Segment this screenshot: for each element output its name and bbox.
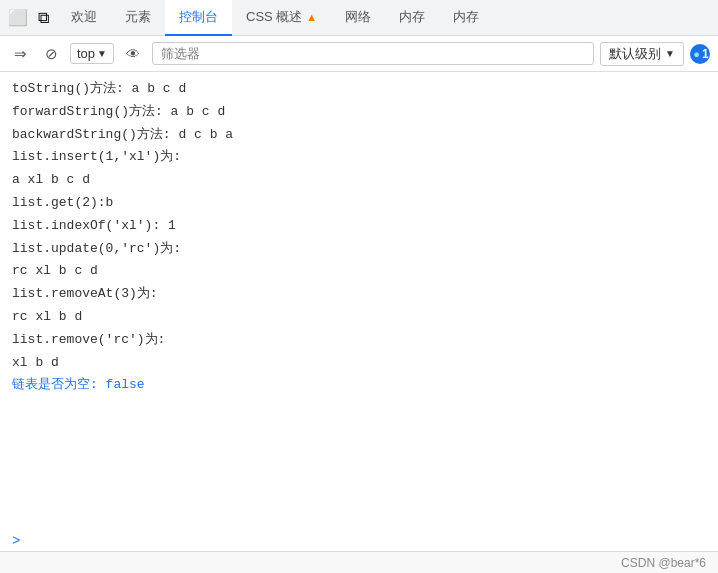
console-line: 链表是否为空: false bbox=[0, 374, 718, 397]
tab-source[interactable]: 网络 bbox=[331, 0, 385, 36]
tab-bar: ⬜ ⧉ 欢迎 元素 控制台 CSS 概述 ▲ 网络 内存 内存 bbox=[0, 0, 718, 36]
inspect-icon[interactable]: ⬜ bbox=[8, 8, 28, 27]
console-output: toString()方法: a b c dforwardString()方法: … bbox=[0, 72, 718, 531]
console-line: toString()方法: a b c d bbox=[0, 78, 718, 101]
level-selector[interactable]: 默认级别 ▼ bbox=[600, 42, 684, 66]
level-label: 默认级别 bbox=[609, 45, 661, 63]
top-label: top bbox=[77, 46, 95, 61]
filter-input[interactable] bbox=[152, 42, 594, 65]
tab-welcome[interactable]: 欢迎 bbox=[57, 0, 111, 36]
console-line: list.insert(1,'xl')为: bbox=[0, 146, 718, 169]
console-line: forwardString()方法: a b c d bbox=[0, 101, 718, 124]
status-bar: CSDN @bear*6 bbox=[0, 551, 718, 573]
toolbar: ⇒ ⊘ top ▼ 👁 默认级别 ▼ ● 1 bbox=[0, 36, 718, 72]
tab-elements[interactable]: 元素 bbox=[111, 0, 165, 36]
block-button[interactable]: ⊘ bbox=[39, 42, 64, 66]
badge-count: 1 bbox=[702, 47, 709, 61]
console-line: backwardString()方法: d c b a bbox=[0, 124, 718, 147]
warning-icon: ▲ bbox=[306, 11, 317, 23]
level-dropdown-arrow: ▼ bbox=[665, 48, 675, 59]
console-line: xl b d bbox=[0, 352, 718, 375]
tab-memory-vis[interactable]: 内存 bbox=[439, 0, 493, 36]
console-line: rc xl b c d bbox=[0, 260, 718, 283]
console-line: a xl b c d bbox=[0, 169, 718, 192]
dropdown-arrow: ▼ bbox=[97, 48, 107, 59]
console-prompt[interactable]: > bbox=[0, 531, 718, 551]
eye-button[interactable]: 👁 bbox=[120, 43, 146, 65]
tab-console[interactable]: 控制台 bbox=[165, 0, 232, 36]
badge-icon: ● bbox=[693, 48, 700, 60]
tab-css-overview[interactable]: CSS 概述 ▲ bbox=[232, 0, 331, 36]
device-icon[interactable]: ⧉ bbox=[38, 9, 49, 27]
console-line: list.removeAt(3)为: bbox=[0, 283, 718, 306]
console-line: rc xl b d bbox=[0, 306, 718, 329]
console-line: list.remove('rc')为: bbox=[0, 329, 718, 352]
tab-network[interactable]: 内存 bbox=[385, 0, 439, 36]
top-selector[interactable]: top ▼ bbox=[70, 43, 114, 64]
status-text: CSDN @bear*6 bbox=[621, 556, 706, 570]
error-badge[interactable]: ● 1 bbox=[690, 44, 710, 64]
devtools-icons: ⬜ ⧉ bbox=[8, 8, 49, 27]
console-line: list.get(2):b bbox=[0, 192, 718, 215]
console-line: list.update(0,'rc')为: bbox=[0, 238, 718, 261]
execute-button[interactable]: ⇒ bbox=[8, 42, 33, 66]
console-line: list.indexOf('xl'): 1 bbox=[0, 215, 718, 238]
